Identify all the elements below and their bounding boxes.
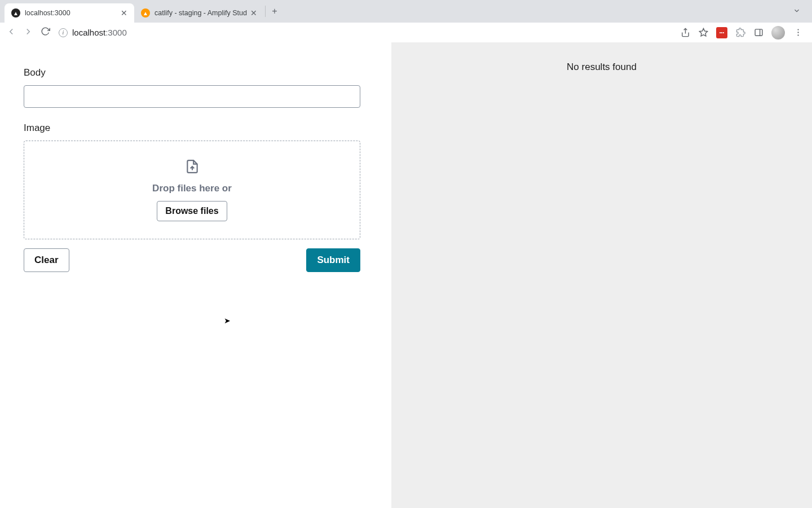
browse-files-button[interactable]: Browse files bbox=[157, 201, 227, 221]
dropzone-text: Drop files here or bbox=[152, 183, 232, 194]
toolbar-right: ••• bbox=[680, 26, 803, 40]
tab-title: catlify - staging - Amplify Stud bbox=[155, 9, 247, 17]
body-input[interactable] bbox=[24, 85, 360, 108]
tab-separator bbox=[265, 6, 266, 17]
extensions-icon[interactable] bbox=[735, 28, 745, 38]
body-label: Body bbox=[24, 67, 360, 78]
url-host: localhost:3000 bbox=[72, 28, 127, 37]
image-field: Image Drop files here or Browse files bbox=[24, 122, 360, 239]
form-panel: Body Image Drop files here or Browse fil… bbox=[0, 42, 391, 508]
tab-localhost[interactable]: ▲ localhost:3000 ✕ bbox=[5, 3, 134, 23]
forward-icon[interactable] bbox=[23, 27, 34, 39]
sidepanel-icon[interactable] bbox=[753, 28, 764, 38]
chevron-down-icon[interactable] bbox=[793, 7, 801, 17]
url-field[interactable]: i localhost:3000 bbox=[56, 28, 674, 37]
address-bar: i localhost:3000 ••• bbox=[0, 23, 812, 42]
svg-rect-2 bbox=[755, 29, 762, 36]
close-icon[interactable]: ✕ bbox=[121, 8, 127, 17]
share-icon[interactable] bbox=[680, 28, 690, 38]
close-icon[interactable]: ✕ bbox=[250, 8, 257, 17]
svg-point-4 bbox=[797, 29, 798, 30]
site-info-icon[interactable]: i bbox=[59, 28, 68, 37]
image-label: Image bbox=[24, 122, 360, 134]
file-upload-icon bbox=[185, 159, 200, 176]
tab-amplify[interactable]: ▲ catlify - staging - Amplify Stud ✕ bbox=[134, 3, 264, 23]
svg-point-5 bbox=[797, 32, 798, 33]
empty-results-message: No results found bbox=[567, 62, 637, 508]
favicon-icon: ▲ bbox=[11, 8, 20, 17]
svg-point-6 bbox=[797, 34, 798, 36]
body-field: Body bbox=[24, 67, 360, 108]
results-panel: No results found bbox=[391, 42, 812, 508]
favicon-icon: ▲ bbox=[141, 8, 150, 17]
svg-marker-1 bbox=[699, 28, 707, 36]
reload-icon[interactable] bbox=[39, 27, 51, 38]
profile-avatar[interactable] bbox=[771, 26, 785, 40]
submit-button[interactable]: Submit bbox=[306, 248, 360, 272]
form-actions: Clear Submit bbox=[24, 248, 360, 272]
image-dropzone[interactable]: Drop files here or Browse files bbox=[24, 141, 360, 239]
tab-title: localhost:3000 bbox=[25, 9, 117, 17]
new-tab-button[interactable]: + bbox=[267, 3, 283, 19]
star-icon[interactable] bbox=[698, 28, 708, 38]
page-content: Body Image Drop files here or Browse fil… bbox=[0, 42, 812, 508]
tab-strip: ▲ localhost:3000 ✕ ▲ catlify - staging -… bbox=[0, 0, 812, 23]
browser-chrome: ▲ localhost:3000 ✕ ▲ catlify - staging -… bbox=[0, 0, 812, 42]
back-icon[interactable] bbox=[6, 27, 17, 39]
kebab-menu-icon[interactable] bbox=[793, 28, 803, 38]
clear-button[interactable]: Clear bbox=[24, 248, 69, 272]
extension-icon[interactable]: ••• bbox=[716, 27, 727, 38]
